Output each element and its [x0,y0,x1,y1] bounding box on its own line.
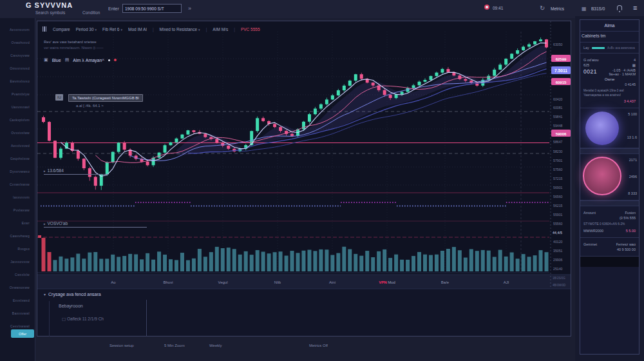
sidebar-item[interactable]: Aexxlvxvwd [0,139,35,152]
right-panel: Alma Cabinets tm Lay A+B+ ava awwnvwva G… [575,16,644,361]
toolbar-item[interactable]: PVC 5555 [241,27,260,32]
stats-pink-value: 3 4,437 [624,99,636,103]
order-entry-input[interactable] [122,4,182,13]
sidebar-item[interactable]: Omvxrxnvxd [0,62,35,75]
svg-text:4B/0M/0D: 4B/0M/0D [553,284,566,287]
lay-label: Lay [583,46,589,50]
red-dot-icon [114,59,117,61]
toolbar-item[interactable]: Mod IM Al [128,27,147,32]
midpane-indicator-text: 13.6/584 [48,168,64,173]
svg-text:AJI: AJI [504,280,509,284]
sidebar-item[interactable]: Ovwwxoxww [0,281,35,294]
app-logo: G SYVVVNA [26,1,73,9]
status-bar-item[interactable]: Session setup [109,344,134,347]
offer-button[interactable]: Offer [11,329,34,338]
checkbox-icon[interactable]: ▢ [62,317,66,321]
refresh-icon[interactable]: ↻ [540,5,545,12]
svg-text:55901: 55901 [553,213,563,217]
status-bar-item[interactable]: 5 Min Zoom [164,344,185,347]
lower-inner-title: Bebayrooon [59,304,83,308]
nav-search-symbols[interactable]: Search symbols [35,10,65,15]
right-panel-card: Alma Cabinets tm Lay A+B+ ava awwnvwva G… [580,19,639,355]
chevron-down-icon[interactable]: ▾ [44,293,46,297]
dark-band [580,257,639,267]
status-bar-item[interactable]: Weekly [209,344,222,347]
lower-inner-row[interactable]: ▢ Oafleck 11 2/1/9 Ch [62,317,104,322]
indicator-badge[interactable]: IU [55,94,63,101]
sidebar-item[interactable]: Cvxwvlxwxw [0,178,35,191]
sidebar-item[interactable]: Ovxxivxlww [0,126,35,139]
bell-icon[interactable] [617,5,622,10]
svg-text:60081: 60081 [553,106,563,110]
sidebar-item[interactable]: Cwxxlxlw [0,268,35,281]
gemmet-right: Ferresz wao [616,242,636,246]
svg-text:35051: 35051 [553,249,563,253]
amount-label: Amount [583,211,596,215]
lower-vertical-divider [146,300,147,337]
sidebar-item[interactable]: Rvxgxo [0,242,35,255]
account-id[interactable]: B31S/0 [591,6,605,11]
panel-subtitle[interactable]: Cabinets tm [580,32,639,43]
copy-icon[interactable]: ▤ [65,57,70,63]
divider-band [580,200,639,206]
panel-title: Alma [580,20,639,32]
toolbar-item[interactable]: AIM M/s [213,27,228,32]
sidebar-item[interactable]: Pvamtlxlyw [0,88,35,101]
status-bar-item[interactable]: Metrics Off [309,344,328,347]
gemmet-value: 40 9 500 00 [617,248,636,251]
pink-donut-chart[interactable] [583,157,621,195]
svg-text:62599: 62599 [556,57,567,61]
lay-row[interactable]: Lay A+B+ ava awwnvwva [580,43,639,54]
donut2-value3: 8 333 [628,191,637,195]
volume-indicator-label[interactable]: ▸ VOSVO'ab [44,221,147,228]
sidebar-item[interactable]: Exvxlxwxd [0,294,35,307]
stats-mid-value: 0 4145 [625,83,636,86]
series-label: Blue [52,58,61,63]
sidebar-item[interactable]: Ovwohvxvd [0,36,35,49]
location-pin-icon[interactable] [484,5,489,10]
nav-condition[interactable]: Condition [82,10,100,15]
sidebar-item[interactable]: Uaxvxvxavl [0,101,35,113]
lower-section-header[interactable]: ▾Crysage ava fencd ansara [44,292,101,297]
stats-minor: -1:05 · 4 /AAIB 9a+ao · 1 MAKM [609,68,636,76]
series-info-row: ▣ Blue ▤ Alm λ Amayan^ [44,57,117,63]
chevron-down-icon: ▾ [95,28,97,32]
sidebar-item[interactable]: Caxkxplxlvm [0,113,35,126]
price-chart[interactable]: 63050625997.5011609156042060081598415944… [37,21,571,336]
sidebar-item[interactable]: Geqxhxlxvw [0,152,35,165]
sidebar-item[interactable]: Ewvmxlxvxo [0,75,35,88]
sidebar-item[interactable]: Cwxzvyvww [0,49,35,62]
sidebar-item[interactable]: Javxxovxxw [0,255,35,268]
midpane-indicator-label[interactable]: ▸ 13.6/584 [44,168,108,175]
chart-type-icon[interactable] [43,26,47,32]
svg-text:56215: 56215 [553,204,563,208]
svg-text:58230: 58230 [553,150,563,153]
sidebar-item[interactable]: Exwr [0,217,35,229]
toolbar-separator: | [153,27,154,32]
list-icon[interactable]: ▦ [632,63,636,67]
sidebar-item[interactable]: Baxvxvwwl [0,307,35,320]
indicator-tooltip[interactable]: Ta.Tawtwln (Curagawti NvwmMGGB Bl [68,94,143,102]
apps-grid-icon[interactable]: ▦ [582,6,587,12]
toolbar-item[interactable]: Compare [53,27,70,32]
menu-icon[interactable]: ≡ [633,4,637,12]
sidebar-item[interactable]: Aexxnsvxvm [0,23,35,36]
toolbar-item[interactable]: Mixed to Resistance▾ [160,27,200,32]
grid-icon[interactable]: ▣ [44,57,48,63]
svg-text:Vegul: Vegul [218,280,227,284]
metrics-button[interactable]: Metrics [551,6,564,11]
toolbar-item[interactable]: Period 30▾ [76,27,97,32]
toolbar-separator: | [206,27,207,32]
toolbar-item[interactable]: Fib Ret 6▾ [102,27,122,32]
svg-text:29906: 29906 [553,258,563,262]
chart-toolbar: ComparePeriod 30▾Fib Ret 6▾Mod IM Al|Mix… [43,24,260,34]
white-dot-icon [108,59,110,61]
sidebar-item[interactable]: Cawxvhwwg [0,229,35,242]
sidebar-item[interactable]: Pvxlwxww [0,204,35,217]
stats-row[interactable]: 625 [583,63,589,67]
svg-text:40120: 40120 [553,240,563,244]
sidebar-item[interactable]: Iaxxvxxvm [0,191,35,204]
chevrons-icon[interactable]: » [188,5,191,12]
sidebar-item[interactable]: Dyxxrvwwxo [0,165,35,178]
purple-donut-chart[interactable] [585,112,619,145]
